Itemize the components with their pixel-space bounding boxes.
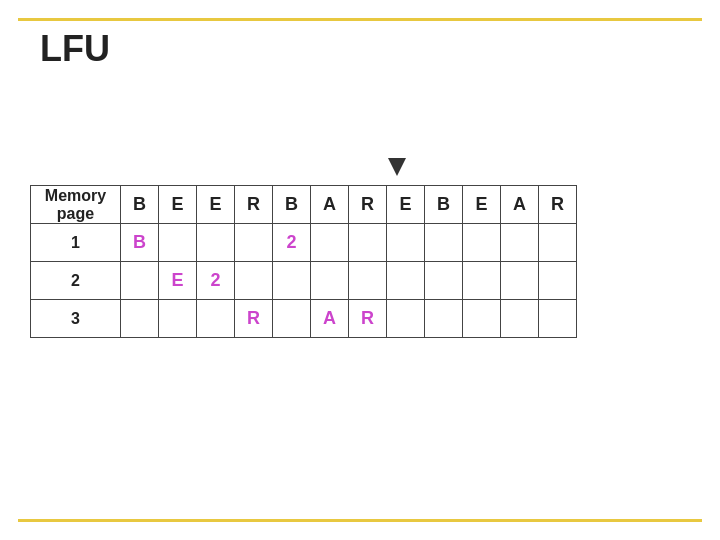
col-R1: R xyxy=(235,186,273,224)
cell-2-11 xyxy=(501,262,539,300)
col-R2: R xyxy=(349,186,387,224)
cell-2-8 xyxy=(387,262,425,300)
table-row: 1 B 2 xyxy=(31,224,577,262)
col-B2: B xyxy=(273,186,311,224)
border-top xyxy=(18,18,702,21)
col-R3: R xyxy=(539,186,577,224)
arrow-down-icon xyxy=(388,158,406,176)
cell-3-10 xyxy=(463,300,501,338)
col-A2: A xyxy=(501,186,539,224)
cell-2-12 xyxy=(539,262,577,300)
cell-3-6: A xyxy=(311,300,349,338)
memory-table: Memory page B E E R B A R E B E A R 1 B xyxy=(30,185,577,338)
cell-3-3 xyxy=(197,300,235,338)
cell-3-12 xyxy=(539,300,577,338)
cell-3-4: R xyxy=(235,300,273,338)
cell-1-12 xyxy=(539,224,577,262)
cell-2-3: 2 xyxy=(197,262,235,300)
cell-1-4 xyxy=(235,224,273,262)
cell-2-2: E xyxy=(159,262,197,300)
cell-1-10 xyxy=(463,224,501,262)
cell-1-9 xyxy=(425,224,463,262)
table-row: 3 R A R xyxy=(31,300,577,338)
cell-3-11 xyxy=(501,300,539,338)
cell-1-8 xyxy=(387,224,425,262)
cell-3-9 xyxy=(425,300,463,338)
cell-1-7 xyxy=(349,224,387,262)
col-B1: B xyxy=(121,186,159,224)
row-label-3: 3 xyxy=(31,300,121,338)
col-E3: E xyxy=(387,186,425,224)
col-B3: B xyxy=(425,186,463,224)
cell-1-1: B xyxy=(121,224,159,262)
cell-3-8 xyxy=(387,300,425,338)
cell-3-7: R xyxy=(349,300,387,338)
cell-3-5 xyxy=(273,300,311,338)
cell-1-2 xyxy=(159,224,197,262)
row-label-2: 2 xyxy=(31,262,121,300)
cell-2-6 xyxy=(311,262,349,300)
cell-2-5 xyxy=(273,262,311,300)
memory-table-container: Memory page B E E R B A R E B E A R 1 B xyxy=(30,185,577,338)
col-E4: E xyxy=(463,186,501,224)
cell-2-7 xyxy=(349,262,387,300)
cell-2-1 xyxy=(121,262,159,300)
cell-1-3 xyxy=(197,224,235,262)
page-title: LFU xyxy=(40,28,110,70)
cell-3-1 xyxy=(121,300,159,338)
col-E1: E xyxy=(159,186,197,224)
table-header-label: Memory page xyxy=(31,186,121,224)
cell-2-4 xyxy=(235,262,273,300)
cell-3-2 xyxy=(159,300,197,338)
cell-1-11 xyxy=(501,224,539,262)
border-bottom xyxy=(18,519,702,522)
table-row: 2 E 2 xyxy=(31,262,577,300)
col-E2: E xyxy=(197,186,235,224)
row-label-1: 1 xyxy=(31,224,121,262)
col-A1: A xyxy=(311,186,349,224)
cell-1-6 xyxy=(311,224,349,262)
cell-2-9 xyxy=(425,262,463,300)
cell-2-10 xyxy=(463,262,501,300)
cell-1-5: 2 xyxy=(273,224,311,262)
